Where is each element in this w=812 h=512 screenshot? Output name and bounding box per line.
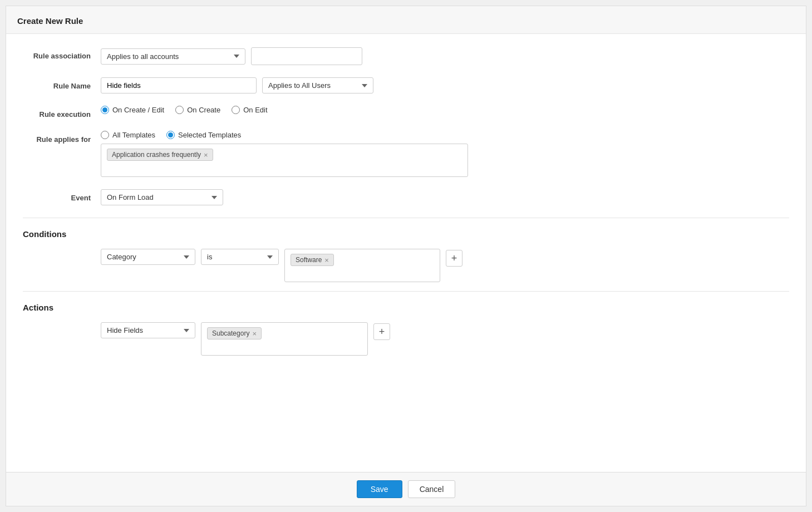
rule-name-label: Rule Name [23,77,101,90]
add-condition-button[interactable]: + [446,250,462,267]
condition-field-select[interactable]: Category Subcategory Status [101,249,195,265]
action-value-tag-subcategory-close[interactable]: × [252,330,257,337]
panel-footer: Save Cancel [6,472,806,506]
actions-divider [23,291,789,292]
event-controls: On Form Load On Create On Edit On Save [101,189,789,205]
rule-association-label: Rule association [23,47,101,60]
condition-value-box[interactable]: Software × [284,249,440,282]
condition-value-tag-software-label: Software [296,256,322,264]
rule-applies-block: All Templates Selected Templates Applica… [101,131,468,177]
rule-execution-row: Rule execution On Create / Edit On Creat… [23,106,789,119]
radio-all-templates-input[interactable] [101,131,109,139]
rule-applies-radios: All Templates Selected Templates [101,131,468,139]
rule-applies-for-row: Rule applies for All Templates Selected … [23,131,789,177]
radio-on-create-edit-label: On Create / Edit [112,106,164,114]
panel-header: Create New Rule [6,6,806,34]
rule-applies-for-label: Rule applies for [23,131,101,144]
page-title: Create New Rule [17,16,83,26]
conditions-divider [23,218,789,218]
event-row: Event On Form Load On Create On Edit On … [23,189,789,205]
actions-title: Actions [23,303,789,312]
rule-association-extra [251,47,362,65]
radio-on-edit[interactable]: On Edit [232,106,267,114]
radio-on-create[interactable]: On Create [175,106,220,114]
rule-name-input[interactable] [101,77,257,93]
rule-applies-for-controls: All Templates Selected Templates Applica… [101,131,789,177]
condition-value-tag-software: Software × [291,254,334,266]
action-value-box[interactable]: Subcategory × [201,322,368,356]
rule-execution-radio-group: On Create / Edit On Create On Edit [101,106,268,114]
page-wrapper: Create New Rule Rule association Applies… [0,0,812,512]
rule-association-controls: Applies to all accounts Applies to selec… [101,47,789,65]
main-panel: Create New Rule Rule association Applies… [6,6,806,506]
templates-area[interactable]: Application crashes frequently × [101,144,468,177]
radio-selected-templates-input[interactable] [166,131,175,139]
applies-to-users-select[interactable]: Applies to All Users Applies to Selected… [262,77,373,93]
radio-selected-templates-label: Selected Templates [178,131,241,139]
save-button[interactable]: Save [357,480,402,498]
event-select[interactable]: On Form Load On Create On Edit On Save [101,189,223,205]
template-tag-0-close[interactable]: × [204,151,208,159]
rule-name-row: Rule Name Applies to All Users Applies t… [23,77,789,93]
rule-association-select[interactable]: Applies to all accounts Applies to selec… [101,48,245,65]
rule-name-controls: Applies to All Users Applies to Selected… [101,77,789,93]
radio-on-edit-label: On Edit [243,106,267,114]
condition-operator-select[interactable]: is is not contains [201,249,279,265]
condition-value-tag-software-close[interactable]: × [324,257,329,264]
rule-execution-controls: On Create / Edit On Create On Edit [101,106,789,114]
template-tag-0-label: Application crashes frequently [112,151,201,159]
radio-all-templates-label: All Templates [112,131,155,139]
add-action-button[interactable]: + [373,323,390,340]
template-tag-0: Application crashes frequently × [107,149,213,161]
radio-selected-templates[interactable]: Selected Templates [166,131,241,139]
radio-on-edit-input[interactable] [232,106,240,114]
action-value-tag-subcategory-label: Subcategory [212,329,249,337]
radio-all-templates[interactable]: All Templates [101,131,155,139]
panel-body: Rule association Applies to all accounts… [6,34,806,472]
radio-on-create-input[interactable] [175,106,184,114]
action-type-select[interactable]: Hide Fields Show Fields Set Value [101,322,195,338]
rule-execution-label: Rule execution [23,106,101,119]
conditions-title: Conditions [23,229,789,239]
rule-association-row: Rule association Applies to all accounts… [23,47,789,65]
cancel-button[interactable]: Cancel [408,480,456,498]
radio-on-create-label: On Create [187,106,220,114]
radio-on-create-edit[interactable]: On Create / Edit [101,106,164,114]
radio-on-create-edit-input[interactable] [101,106,109,114]
action-value-tag-subcategory: Subcategory × [207,327,262,339]
event-label: Event [23,189,101,202]
action-row-0: Hide Fields Show Fields Set Value Subcat… [101,322,789,356]
condition-row-0: Category Subcategory Status is is not co… [101,249,789,282]
